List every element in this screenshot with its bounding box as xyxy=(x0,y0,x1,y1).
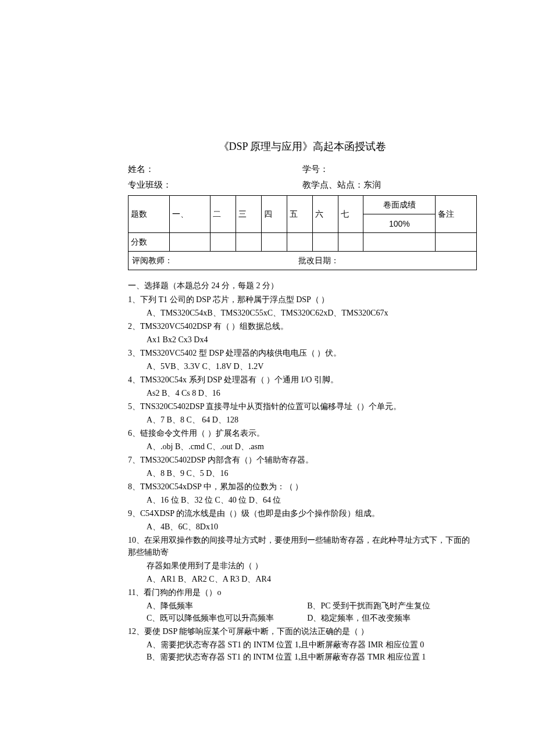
reviewer-label: 评阅教师： xyxy=(132,256,296,266)
header-cell: 六 xyxy=(312,196,338,233)
question-11-opt-a: A、降低频率 xyxy=(147,600,305,612)
question-6-options: A、.obj B、.cmd C、.out D、.asm xyxy=(128,440,477,453)
reviewer-row: 评阅教师： 批改日期： xyxy=(129,252,477,270)
question-12-opt-b: B、需要把状态寄存器 ST1 的 INTM 位置 1,且中断屏蔽寄存器 TMR … xyxy=(128,651,477,663)
section-1-title: 一、选择题（本题总分 24 分，每题 2 分） xyxy=(128,281,477,291)
header-cell: 七 xyxy=(338,196,363,233)
site-label: 教学点、站点：东润 xyxy=(302,180,477,191)
question-12: 12、要使 DSP 能够响应某个可屏蔽中断，下面的说法正确的是（ ） xyxy=(128,625,477,637)
question-4-options: As2 B、4 Cs 8 D、16 xyxy=(128,387,477,399)
question-8: 8、TMS320C54xDSP 中，累加器的位数为：（ ） xyxy=(128,481,477,493)
score-cell xyxy=(236,233,262,252)
table-row: 题数 一、 二 三 四 五 六 七 卷面成绩 备注 xyxy=(129,196,477,214)
header-cell: 卷面成绩 xyxy=(363,196,436,214)
header-cell: 一、 xyxy=(169,196,211,233)
class-label: 专业班级： xyxy=(128,180,302,191)
question-7-options: A、8 B、9 C、5 D、16 xyxy=(128,467,477,479)
score-cell xyxy=(261,233,287,252)
id-label: 学号： xyxy=(302,164,477,175)
question-6: 6、链接命令文件用（ ）扩展名表示。 xyxy=(128,427,477,439)
score-cell xyxy=(169,233,211,252)
info-row-1: 姓名： 学号： xyxy=(128,164,477,175)
score-cell xyxy=(338,233,363,252)
question-11-opt-b: B、PC 受到干扰而跑飞时产生复位 xyxy=(307,601,430,610)
table-row: 评阅教师： 批改日期： xyxy=(129,252,477,270)
question-3: 3、TMS320VC5402 型 DSP 处理器的内核供电电压（ ）伏。 xyxy=(128,347,477,359)
question-11: 11、看门狗的作用是（）o xyxy=(128,586,477,599)
header-cell: 五 xyxy=(287,196,312,233)
score-cell xyxy=(436,233,477,252)
header-cell: 三 xyxy=(236,196,262,233)
question-2: 2、TMS320VC5402DSP 有（ ）组数据总线。 xyxy=(128,320,477,332)
question-5-options: A、7 B、8 C、 64 D、128 xyxy=(128,414,477,426)
header-cell: 二 xyxy=(211,196,236,233)
question-12-opt-a: A、需要把状态寄存器 ST1 的 INTM 位置 1,且中断屏蔽寄存器 IMR … xyxy=(128,639,477,651)
question-1-options: A、TMS320C54xB、TMS320C55xC、TMS320C62xD、TM… xyxy=(128,307,477,319)
date-label: 批改日期： xyxy=(298,256,339,265)
score-cell xyxy=(287,233,312,252)
question-1: 1、下列 T1 公司的 DSP 芯片，那种属于浮点型 DSP（ ） xyxy=(128,293,477,306)
info-row-2: 专业班级： 教学点、站点：东润 xyxy=(128,180,477,191)
question-9-options: A、4B、6C、8Dx10 xyxy=(128,521,477,533)
score-cell xyxy=(312,233,338,252)
question-11-opt-d: D、稳定频率，但不改变频率 xyxy=(307,614,411,622)
question-9: 9、C54XDSP 的流水线是由（）级（也即是由多少个操作阶段）组成。 xyxy=(128,507,477,519)
header-cell: 题数 xyxy=(129,196,170,233)
question-11-opt-c: C、既可以降低频率也可以升高频率 xyxy=(147,612,305,624)
header-cell: 四 xyxy=(261,196,287,233)
question-8-options: A、16 位 B、32 位 C、40 位 D、64 位 xyxy=(128,494,477,506)
score-cell xyxy=(363,233,436,252)
question-3-options: A、5VB、3.3V C、1.8V D、1.2V xyxy=(128,360,477,372)
table-row: 分数 xyxy=(129,233,477,252)
question-11-row-1: A、降低频率 B、PC 受到干扰而跑飞时产生复位 xyxy=(128,600,477,612)
score-label: 分数 xyxy=(129,233,170,252)
question-7: 7、TMS320C5402DSP 内部含有（）个辅助寄存器。 xyxy=(128,454,477,466)
page-title: 《DSP 原理与应用》高起本函授试卷 xyxy=(128,139,477,153)
header-cell: 备注 xyxy=(436,196,477,233)
name-label: 姓名： xyxy=(128,164,302,175)
percent-cell: 100% xyxy=(363,214,436,233)
question-10-cont: 存器如果使用到了是非法的（ ） xyxy=(128,560,477,572)
question-4: 4、TMS320C54x 系列 DSP 处理器有（ ）个通用 I/O 引脚。 xyxy=(128,374,477,386)
question-5: 5、TNS320C5402DSP 直接寻址中从页指针的位置可以偏移寻址（）个单元… xyxy=(128,400,477,413)
question-2-options: Ax1 Bx2 Cx3 Dx4 xyxy=(128,334,477,346)
question-11-row-2: C、既可以降低频率也可以升高频率 D、稳定频率，但不改变频率 xyxy=(128,612,477,624)
question-10: 10、在采用双操作数的间接寻址方式时，要使用到一些辅助寄存器，在此种寻址方式下，… xyxy=(128,534,477,558)
score-cell xyxy=(211,233,236,252)
question-10-options: A、AR1 B、AR2 C、A R3 D、AR4 xyxy=(128,573,477,585)
score-table: 题数 一、 二 三 四 五 六 七 卷面成绩 备注 100% 分数 评阅教师： … xyxy=(128,195,477,270)
